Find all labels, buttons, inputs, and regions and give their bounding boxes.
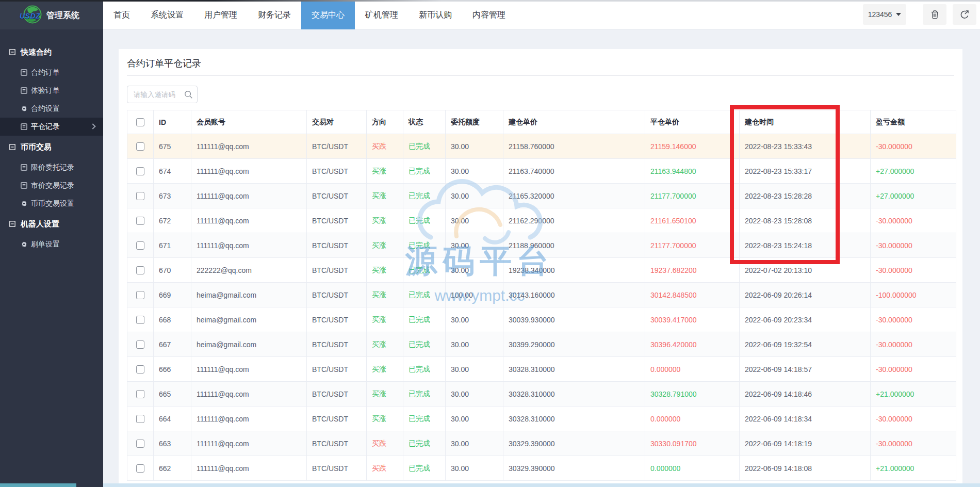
sidebar-item-2-3[interactable]: 币币交易设置 bbox=[0, 194, 103, 213]
cell-direction: 买涨 bbox=[367, 184, 403, 208]
row-select-cell bbox=[127, 134, 154, 159]
nav-tab-4[interactable]: 财务记录 bbox=[248, 0, 301, 29]
cell-open-price: 30328.310000 bbox=[503, 357, 645, 382]
sidebar-item-3-1[interactable]: 刷单设置 bbox=[0, 235, 103, 253]
cell-close-price: 21177.700000 bbox=[645, 184, 740, 208]
cell-status: 已完成 bbox=[403, 208, 446, 233]
cell-pair: BTC/USDT bbox=[307, 283, 367, 307]
sidebar-item-label: 刷单设置 bbox=[31, 240, 60, 249]
cell-direction: 买涨 bbox=[367, 208, 403, 233]
cell-direction: 买涨 bbox=[367, 233, 403, 258]
select-all-checkbox[interactable] bbox=[136, 118, 144, 126]
cell-account: 111111@qq.com bbox=[191, 134, 307, 159]
cell-status: 已完成 bbox=[403, 431, 446, 456]
nav-tab-2[interactable]: 系统设置 bbox=[140, 0, 194, 29]
cell-close-price: 19237.682200 bbox=[645, 258, 740, 283]
cell-open-time: 2022-06-09 14:18:08 bbox=[740, 456, 871, 481]
row-checkbox[interactable] bbox=[136, 291, 144, 299]
col-header-3: 交易对 bbox=[307, 110, 367, 134]
logout-button[interactable] bbox=[953, 4, 976, 25]
row-select-cell bbox=[127, 357, 154, 382]
row-checkbox[interactable] bbox=[136, 217, 144, 225]
collapse-icon bbox=[9, 49, 15, 55]
nav-tab-5[interactable]: 交易中心 bbox=[301, 0, 355, 29]
cell-status: 已完成 bbox=[403, 134, 446, 159]
cell-close-price: 30396.420000 bbox=[645, 332, 740, 357]
sidebar-item-1-4[interactable]: 平仓记录 bbox=[0, 118, 103, 136]
caret-down-icon bbox=[896, 13, 901, 16]
cell-amount: 30.00 bbox=[446, 307, 503, 332]
row-checkbox[interactable] bbox=[136, 464, 144, 473]
sidebar-section-3[interactable]: 机器人设置 bbox=[0, 213, 103, 235]
cell-account: heima@gmail.com bbox=[191, 307, 307, 332]
row-checkbox[interactable] bbox=[136, 142, 144, 151]
cell-pnl: +27.000000 bbox=[871, 184, 956, 208]
nav-tab-8[interactable]: 内容管理 bbox=[462, 0, 516, 29]
sidebar-section-2[interactable]: 币币交易 bbox=[0, 136, 103, 158]
row-checkbox[interactable] bbox=[136, 192, 144, 200]
table-row: 663111111@qq.comBTC/USDT买跌已完成30.0030329.… bbox=[127, 431, 956, 456]
cell-direction: 买跌 bbox=[367, 456, 403, 481]
collapse-icon bbox=[9, 144, 15, 150]
sidebar-item-2-1[interactable]: 限价委托记录 bbox=[0, 158, 103, 176]
row-checkbox[interactable] bbox=[136, 440, 144, 448]
trash-button[interactable] bbox=[923, 4, 946, 25]
sidebar-item-label: 币币交易设置 bbox=[31, 199, 74, 208]
page-title: 合约订单平仓记录 bbox=[127, 57, 201, 70]
sidebar-item-1-1[interactable]: 合约订单 bbox=[0, 63, 103, 82]
cell-close-price: 30142.848500 bbox=[645, 283, 740, 307]
main-content: 合约订单平仓记录 ID会员账号交易对方向状态委托额度建仓单价平仓单价建仓时间盈亏… bbox=[103, 29, 980, 487]
cell-id: 673 bbox=[154, 184, 191, 208]
sidebar-item-1-2[interactable]: 体验订单 bbox=[0, 82, 103, 100]
cell-open-price: 30328.310000 bbox=[503, 382, 645, 407]
row-select-cell bbox=[127, 382, 154, 407]
cell-open-price: 21188.960000 bbox=[503, 233, 645, 258]
cell-id: 664 bbox=[154, 407, 191, 431]
cell-direction: 买涨 bbox=[367, 357, 403, 382]
search-input[interactable] bbox=[127, 86, 182, 103]
row-checkbox[interactable] bbox=[136, 241, 144, 250]
sidebar-item-label: 限价委托记录 bbox=[31, 163, 74, 172]
cell-status: 已完成 bbox=[403, 184, 446, 208]
user-dropdown[interactable]: 123456 bbox=[863, 4, 906, 25]
cell-account: heima@gmail.com bbox=[191, 283, 307, 307]
table-row: 669heima@gmail.comBTC/USDT买涨已完成100.00301… bbox=[127, 283, 956, 307]
table-row: 667heima@gmail.comBTC/USDT买涨已完成30.003039… bbox=[127, 332, 956, 357]
cell-account: 111111@qq.com bbox=[191, 431, 307, 456]
sidebar-item-2-2[interactable]: 市价交易记录 bbox=[0, 176, 103, 194]
table-row: 666111111@qq.comBTC/USDT买涨已完成30.0030328.… bbox=[127, 357, 956, 382]
cell-open-price: 30328.310000 bbox=[503, 407, 645, 431]
sidebar-item-1-3[interactable]: 合约设置 bbox=[0, 100, 103, 118]
sidebar-item-label: 合约订单 bbox=[31, 68, 60, 77]
search-icon[interactable] bbox=[184, 90, 193, 101]
cell-amount: 100.00 bbox=[446, 283, 503, 307]
nav-tab-6[interactable]: 矿机管理 bbox=[355, 0, 409, 29]
cell-id: 667 bbox=[154, 332, 191, 357]
table-row: 662111111@qq.comBTC/USDT买跌已完成30.0030329.… bbox=[127, 456, 956, 481]
row-checkbox[interactable] bbox=[136, 340, 144, 349]
row-checkbox[interactable] bbox=[136, 266, 144, 274]
row-select-cell bbox=[127, 208, 154, 233]
cell-pair: BTC/USDT bbox=[307, 431, 367, 456]
cell-pair: BTC/USDT bbox=[307, 357, 367, 382]
row-checkbox[interactable] bbox=[136, 316, 144, 324]
chevron-right-icon bbox=[90, 123, 95, 129]
document-icon bbox=[21, 182, 27, 189]
cell-direction: 买涨 bbox=[367, 382, 403, 407]
cell-pair: BTC/USDT bbox=[307, 159, 367, 184]
col-header-7: 建仓单价 bbox=[503, 110, 645, 134]
sidebar-section-1[interactable]: 快速合约 bbox=[0, 41, 103, 63]
cell-direction: 买涨 bbox=[367, 159, 403, 184]
row-checkbox[interactable] bbox=[136, 390, 144, 398]
row-checkbox[interactable] bbox=[136, 415, 144, 423]
cell-pnl: +21.000000 bbox=[871, 382, 956, 407]
row-checkbox[interactable] bbox=[136, 365, 144, 374]
cell-id: 663 bbox=[154, 431, 191, 456]
nav-tab-7[interactable]: 新币认购 bbox=[409, 0, 462, 29]
cell-status: 已完成 bbox=[403, 307, 446, 332]
nav-tab-3[interactable]: 用户管理 bbox=[194, 0, 248, 29]
row-checkbox[interactable] bbox=[136, 167, 144, 175]
cell-open-time: 2022-06-09 19:32:54 bbox=[740, 332, 871, 357]
nav-tab-1[interactable]: 首页 bbox=[103, 0, 140, 29]
cell-id: 668 bbox=[154, 307, 191, 332]
